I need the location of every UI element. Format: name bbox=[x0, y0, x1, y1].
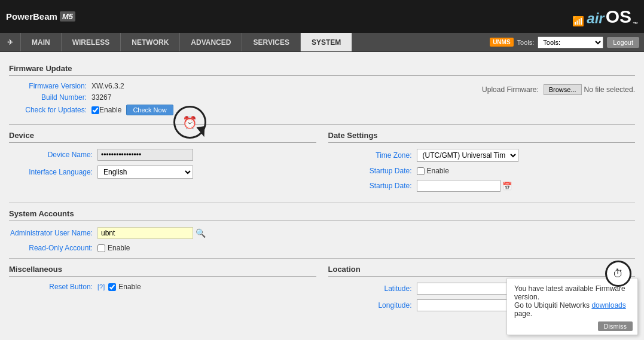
timezone-label: Time Zone: bbox=[328, 151, 412, 160]
date-input-wrap: 📅 bbox=[417, 180, 512, 192]
airos-logo-area: 📶 air OS ™ bbox=[572, 7, 638, 27]
startup-enable-label: Enable bbox=[427, 167, 449, 175]
nav-advanced-label: ADVANCED bbox=[191, 38, 231, 47]
firmware-version-label: Firmware Version: bbox=[9, 82, 87, 90]
powerbeam-text: PowerBeam bbox=[6, 11, 57, 22]
misc-section-header: Miscellaneous bbox=[9, 265, 316, 277]
firmware-version-row: Firmware Version: XW.v6.3.2 bbox=[9, 82, 173, 90]
startup-date-label: Startup Date: bbox=[328, 167, 412, 175]
upload-area: Upload Firmware: Browse... No file selec… bbox=[482, 84, 635, 95]
downloads-link[interactable]: downloads bbox=[591, 301, 625, 310]
tooltip-circle: ⏱ bbox=[605, 261, 631, 287]
device-name-label: Device Name: bbox=[9, 151, 93, 159]
device-section: Device Device Name: Interface Language: … bbox=[9, 131, 316, 197]
readonly-enable-label: Enable bbox=[108, 244, 130, 252]
date-settings-section: Date Settings Time Zone: (UTC/GMT) Unive… bbox=[328, 131, 636, 197]
nav-advanced[interactable]: ADVANCED bbox=[180, 33, 242, 51]
clock-icon: ⏰ bbox=[182, 115, 197, 130]
firmware-version-value: XW.v6.3.2 bbox=[91, 82, 124, 90]
interface-lang-select[interactable]: English Deutsch Español Français bbox=[97, 166, 193, 179]
startup-date-checkbox[interactable] bbox=[417, 167, 425, 175]
admin-username-input[interactable] bbox=[97, 227, 193, 239]
tooltip-message3: page. bbox=[514, 310, 532, 318]
header: PowerBeam M5 📶 air OS ™ bbox=[0, 0, 644, 33]
dismiss-button[interactable]: Dismiss bbox=[598, 321, 633, 331]
build-number-label: Build Number: bbox=[9, 93, 87, 102]
nav-main[interactable]: MAIN bbox=[21, 33, 62, 51]
nav-home[interactable]: ✈ bbox=[0, 33, 21, 51]
tooltip-message1: You have latest available Firmware versi… bbox=[514, 284, 625, 301]
interface-lang-row: Interface Language: English Deutsch Espa… bbox=[9, 166, 316, 179]
startup-date-input-label: Startup Date: bbox=[328, 182, 412, 190]
nav-main-label: MAIN bbox=[32, 38, 50, 47]
startup-date-input[interactable] bbox=[417, 180, 500, 192]
tools-label: Tools: bbox=[517, 39, 535, 46]
misc-section: Miscellaneous Reset Button: [?] Enable bbox=[9, 265, 316, 316]
logout-button[interactable]: Logout bbox=[607, 37, 639, 48]
location-section-header: Location bbox=[328, 265, 636, 277]
nav-bar: ✈ MAIN WIRELESS NETWORK ADVANCED SERVICE… bbox=[0, 33, 644, 52]
check-now-button[interactable]: Check Now bbox=[126, 105, 173, 115]
device-name-row: Device Name: bbox=[9, 149, 316, 161]
latitude-input[interactable] bbox=[417, 283, 512, 295]
nav-network-label: NETWORK bbox=[132, 38, 169, 47]
longitude-input[interactable] bbox=[417, 299, 512, 311]
divider-1 bbox=[9, 124, 635, 125]
startup-date-enable-row: Startup Date: Enable bbox=[328, 167, 636, 175]
firmware-tooltip-popup: ⏱ You have latest available Firmware ver… bbox=[506, 278, 638, 335]
date-settings-header: Date Settings bbox=[328, 131, 636, 143]
check-updates-row: Check for Updates: Enable Check Now bbox=[9, 105, 173, 115]
system-accounts-header: System Accounts bbox=[9, 209, 635, 221]
device-section-header: Device bbox=[9, 131, 316, 143]
home-icon: ✈ bbox=[7, 38, 13, 47]
build-number-value: 33267 bbox=[91, 93, 111, 102]
reset-btn-label: Reset Button: bbox=[9, 283, 93, 291]
upload-label: Upload Firmware: bbox=[482, 85, 539, 94]
browse-button[interactable]: Browse... bbox=[544, 84, 582, 95]
nav-right: UNMS Tools: Tools: Logout bbox=[490, 33, 644, 51]
main-content: ⏰ Firmware Update Firmware Version: XW.v… bbox=[0, 52, 644, 340]
admin-username-row: Administrator User Name: 🔍 bbox=[9, 227, 635, 239]
nav-wireless[interactable]: WIRELESS bbox=[62, 33, 121, 51]
device-name-input[interactable] bbox=[97, 149, 193, 161]
readonly-account-row: Read-Only Account: Enable bbox=[9, 244, 635, 252]
os-label: OS bbox=[606, 7, 631, 27]
nav-services[interactable]: SERVICES bbox=[242, 33, 300, 51]
divider-3 bbox=[9, 258, 635, 259]
longitude-label: Longitude: bbox=[328, 301, 412, 310]
check-updates-checkbox[interactable] bbox=[91, 106, 99, 114]
startup-date-input-row: Startup Date: 📅 bbox=[328, 180, 636, 192]
nav-wireless-label: WIRELESS bbox=[72, 38, 110, 47]
callout-tail bbox=[197, 126, 207, 138]
reset-enable-checkbox[interactable] bbox=[108, 283, 116, 291]
firmware-info: Firmware Version: XW.v6.3.2 Build Number… bbox=[9, 82, 173, 118]
tooltip-body: You have latest available Firmware versi… bbox=[514, 284, 630, 318]
tooltip-icon: ⏱ bbox=[613, 268, 624, 280]
calendar-icon[interactable]: 📅 bbox=[502, 182, 512, 191]
unms-badge[interactable]: UNMS bbox=[490, 38, 513, 47]
timezone-row: Time Zone: (UTC/GMT) Universal Time bbox=[328, 149, 636, 162]
reset-help-label[interactable]: [?] bbox=[97, 283, 105, 290]
nav-system-label: SYSTEM bbox=[312, 38, 341, 47]
build-number-row: Build Number: 33267 bbox=[9, 93, 173, 102]
reset-button-row: Reset Button: [?] Enable bbox=[9, 283, 316, 291]
device-date-section: Device Device Name: Interface Language: … bbox=[9, 131, 635, 197]
nav-network[interactable]: NETWORK bbox=[121, 33, 180, 51]
interface-lang-label: Interface Language: bbox=[9, 168, 93, 176]
search-icon[interactable]: 🔍 bbox=[196, 228, 206, 238]
tm-label: ™ bbox=[633, 21, 638, 27]
readonly-checkbox[interactable] bbox=[97, 244, 105, 252]
admin-username-label: Administrator User Name: bbox=[9, 229, 93, 237]
tools-select[interactable]: Tools: bbox=[538, 36, 603, 48]
airos-logo: 📶 air OS ™ bbox=[572, 7, 638, 27]
air-label: air bbox=[587, 10, 604, 27]
enable-label: Enable bbox=[99, 106, 121, 114]
device-logo: PowerBeam M5 bbox=[6, 11, 75, 22]
divider-2 bbox=[9, 203, 635, 203]
reset-enable-label: Enable bbox=[118, 283, 141, 291]
timezone-select[interactable]: (UTC/GMT) Universal Time bbox=[417, 149, 518, 162]
nav-system[interactable]: SYSTEM bbox=[301, 33, 352, 51]
tooltip-message2: Go to Ubiquiti Networks bbox=[514, 301, 591, 310]
check-updates-label: Check for Updates: bbox=[9, 106, 87, 114]
readonly-label: Read-Only Account: bbox=[9, 244, 93, 252]
